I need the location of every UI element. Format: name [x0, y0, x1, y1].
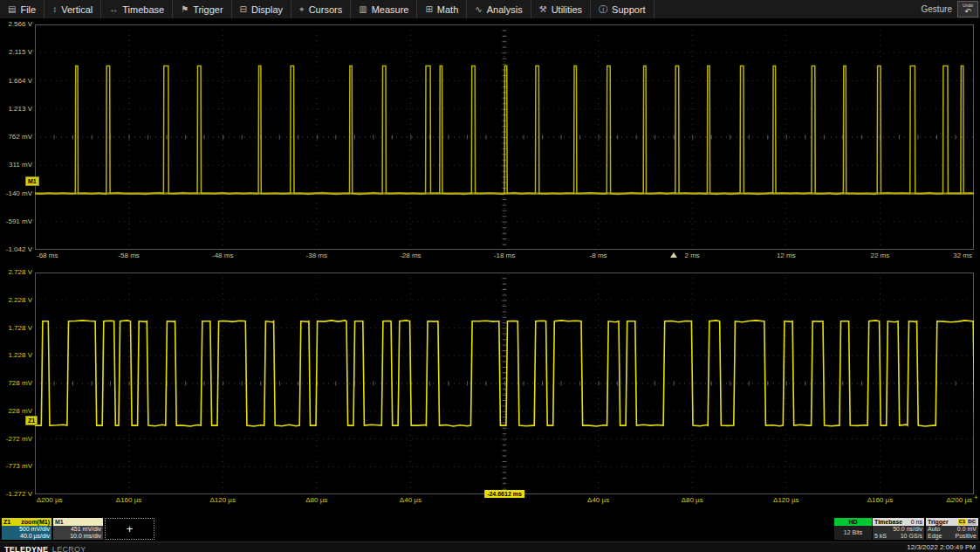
display-icon: ⊟	[240, 5, 247, 14]
top-x-axis-label: 2 ms	[685, 252, 700, 260]
bottom-y-axis-label: 2.228 V	[0, 296, 32, 305]
brand-teledyne: TELEDYNE	[4, 545, 48, 552]
oscilloscope-screen: 2.566 V2.115 V1.664 V1.213 V762 mV311 mV…	[0, 0, 980, 552]
menu-item-file[interactable]: ▤File	[0, 0, 45, 18]
m1-id: M1	[55, 518, 64, 526]
top-y-axis-label: 762 mV	[0, 133, 32, 141]
bottom-x-axis-label: Δ120 µs	[773, 496, 799, 505]
timebase-samplerate: 10 GS/s	[901, 533, 922, 540]
cursors-icon: ⌖	[299, 5, 305, 14]
top-x-axis-label: 32 ms	[953, 252, 972, 260]
zoom-right-edge-marker: +	[974, 494, 978, 501]
top-x-axis-label: -48 ms	[212, 252, 233, 260]
top-y-axis-label: 311 mV	[0, 161, 32, 169]
bottom-y-axis-label: -1.272 V	[0, 490, 32, 499]
menu-item-math[interactable]: ⊞Math	[417, 0, 467, 18]
undo-icon: ↶	[964, 8, 971, 16]
top-y-axis-label: -1.042 V	[0, 245, 32, 254]
menu-item-label: Math	[437, 4, 458, 15]
gesture-label: Gesture	[921, 4, 957, 14]
add-trace-button[interactable]: +	[105, 518, 154, 540]
trigger-level: 0.0 mV	[957, 526, 977, 533]
support-icon: ⓘ	[599, 5, 607, 14]
trigger-coupling-badge: DC	[967, 519, 977, 525]
bottom-x-axis-label: Δ40 µs	[400, 496, 421, 505]
file-icon: ▤	[8, 5, 16, 14]
top-x-axis-label: -68 ms	[37, 252, 58, 260]
menu-item-vertical[interactable]: ↕Vertical	[45, 0, 101, 18]
m1-trace-descriptor[interactable]: M1 451 mV/div 10.0 ms/div	[53, 518, 103, 540]
zoom-center-time-label: -24.6612 ms	[484, 490, 524, 498]
hd-label: HD	[834, 518, 872, 526]
top-y-axis-label: 2.566 V	[0, 20, 32, 29]
menu-item-timebase[interactable]: ↔Timebase	[101, 0, 173, 18]
bottom-y-axis-label: -773 mV	[0, 462, 32, 471]
menu-item-label: Cursors	[309, 4, 343, 15]
menu-item-label: Utilities	[552, 4, 582, 15]
hd-mode-indicator[interactable]: HD 12 Bits	[834, 518, 872, 540]
bottom-y-axis-label: 1.228 V	[0, 351, 32, 360]
timebase-offset: 0 ns	[911, 518, 922, 526]
m1-channel-badge[interactable]: M1	[25, 176, 39, 186]
bottom-grid-plot[interactable]	[35, 273, 974, 494]
trigger-descriptor[interactable]: Trigger C1 DC Auto 0.0 mV Edge Positive	[926, 518, 978, 540]
menu-item-label: Trigger	[193, 4, 223, 15]
trigger-position-marker[interactable]	[670, 252, 677, 258]
plus-icon: +	[127, 522, 134, 535]
bottom-y-axis-label: -272 mV	[0, 435, 32, 444]
menu-item-utilities[interactable]: ⚒Utilities	[531, 0, 591, 18]
timebase-icon: ↔	[109, 5, 118, 14]
timebase-label: Timebase	[874, 518, 902, 526]
timebase-descriptor[interactable]: Timebase 0 ns 50.0 ns/div 5 kS 10 GS/s	[873, 518, 924, 540]
menu-item-display[interactable]: ⊟Display	[232, 0, 291, 18]
bottom-x-axis-label: Δ80 µs	[682, 496, 703, 505]
bottom-y-axis-label: 1.728 V	[0, 324, 32, 333]
bottom-y-axis-label: 228 mV	[0, 407, 32, 416]
menu-bar: ▤File↕Vertical↔Timebase⚑Trigger⊟Display⌖…	[0, 0, 980, 19]
top-y-axis-label: -591 mV	[0, 217, 32, 226]
menu-item-label: Measure	[372, 4, 409, 15]
trigger-icon: ⚑	[181, 5, 188, 14]
bottom-x-axis-label: Δ160 µs	[867, 496, 894, 505]
top-x-axis-label: -28 ms	[400, 252, 421, 260]
top-y-axis-label: 1.664 V	[0, 77, 32, 86]
bottom-y-axis-label: 728 mV	[0, 379, 32, 388]
menu-item-label: Display	[251, 4, 283, 15]
timebase-scale: 50.0 ns/div	[874, 526, 922, 533]
brand-logo: TELEDYNE LECROY	[4, 540, 86, 552]
menu-item-trigger[interactable]: ⚑Trigger	[173, 0, 231, 18]
vertical-icon: ↕	[52, 5, 57, 14]
z1-source: zoom(M1)	[21, 518, 50, 526]
z1-channel-badge[interactable]: Z1	[25, 416, 38, 425]
top-x-axis-label: -58 ms	[118, 252, 139, 260]
trigger-type: Edge	[928, 533, 942, 540]
menu-item-cursors[interactable]: ⌖Cursors	[291, 0, 351, 18]
timebase-samples: 5 kS	[874, 533, 887, 540]
menu-item-support[interactable]: ⓘSupport	[591, 0, 654, 18]
trigger-mode: Auto	[928, 526, 940, 533]
trigger-slope: Positive	[955, 533, 977, 540]
menu-item-label: Analysis	[487, 4, 523, 15]
bottom-y-axis-label: 2.728 V	[0, 268, 32, 277]
menu-item-label: Timebase	[122, 4, 164, 15]
m1-volts-per-div: 451 mV/div	[55, 526, 101, 533]
math-icon: ⊞	[425, 5, 432, 14]
undo-button[interactable]: Undo ↶	[957, 1, 978, 17]
z1-volts-per-div: 500 mV/div	[3, 526, 50, 533]
top-x-axis-label: 12 ms	[777, 252, 796, 260]
bottom-x-axis-label: Δ80 µs	[305, 496, 327, 505]
top-x-axis-label: -18 ms	[494, 252, 515, 260]
brand-lecroy: LECROY	[52, 545, 86, 552]
z1-id: Z1	[3, 518, 10, 526]
hd-bits: 12 Bits	[836, 526, 870, 540]
trigger-label: Trigger	[928, 518, 949, 526]
bottom-x-axis-label: Δ200 µs	[37, 496, 63, 505]
bottom-x-axis-label: Δ160 µs	[116, 496, 142, 505]
z1-trace-descriptor[interactable]: Z1 zoom(M1) 500 mV/div 40.0 µs/div	[2, 518, 51, 540]
bottom-x-axis-label: Δ200 µs	[946, 496, 972, 505]
top-grid-plot[interactable]	[35, 24, 974, 250]
menu-item-analysis[interactable]: ∿Analysis	[467, 0, 531, 18]
top-y-axis-label: 2.115 V	[0, 48, 32, 57]
menu-item-label: Support	[612, 4, 646, 15]
menu-item-measure[interactable]: ▥Measure	[351, 0, 417, 18]
